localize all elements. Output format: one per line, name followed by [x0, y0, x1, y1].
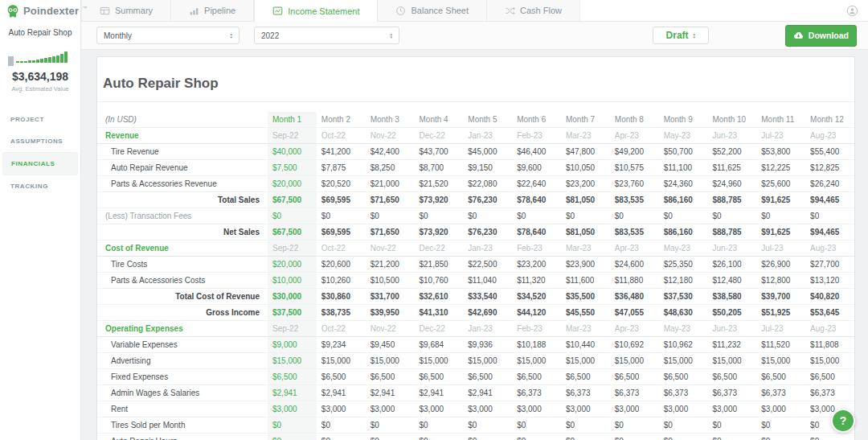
table-row: Variable Expenses$9,000$9,234$9,450$9,68… [97, 336, 854, 352]
value-cell: $46,400 [512, 143, 561, 159]
value-cell: $0 [659, 208, 708, 224]
value-cell: $22,500 [463, 256, 512, 272]
summary-icon [100, 6, 110, 16]
table-row: Tires Sold per Month$0$0$0$0$0$0$0$0$0$0… [97, 417, 854, 433]
value-cell: $71,650 [366, 224, 415, 240]
date-cell: Apr-23 [610, 127, 659, 143]
tab-income-statement[interactable]: Income Statement [254, 0, 378, 22]
value-cell: $6,500 [463, 368, 512, 384]
value-cell: $9,936 [463, 336, 512, 352]
row-label: Fixed Expenses [97, 368, 268, 384]
value-cell: $26,900 [756, 256, 805, 272]
value-cell: $40,820 [805, 288, 854, 304]
value-cell: $3,000 [707, 401, 756, 417]
value-cell: $11,100 [659, 159, 708, 175]
value-cell: $0 [463, 208, 512, 224]
date-cell: Nov-22 [366, 127, 415, 143]
status-select[interactable]: Draft [653, 27, 709, 44]
date-cell: Nov-22 [366, 320, 415, 336]
value-cell: $20,600 [317, 256, 366, 272]
sparkline-bar [24, 61, 27, 63]
value-cell: $69,595 [317, 224, 366, 240]
tab-pipeline[interactable]: Pipeline [171, 0, 254, 21]
value-cell: $6,500 [317, 368, 366, 384]
table-header-row: (In USD) Month 1Month 2Month 3Month 4Mon… [97, 112, 854, 128]
date-cell: Feb-23 [512, 240, 561, 256]
value-cell: $78,640 [512, 224, 561, 240]
value-cell: $67,500 [268, 224, 317, 240]
row-label: Admin Wages & Salaries [97, 384, 268, 401]
brand-logo[interactable]: Poindexter ™ [0, 0, 80, 22]
value-cell: $86,160 [659, 191, 708, 208]
value-cell: $9,150 [463, 159, 512, 175]
value-cell: $12,825 [805, 159, 854, 175]
value-cell: $24,600 [610, 256, 659, 272]
period-select[interactable]: Monthly [96, 27, 240, 44]
date-cell: Feb-23 [512, 320, 561, 336]
download-button[interactable]: Download [785, 25, 857, 47]
value-cell: $83,535 [610, 191, 659, 208]
month-column-header: Month 2 [317, 112, 366, 128]
value-cell: $0 [659, 433, 708, 440]
month-column-header: Month 11 [756, 112, 805, 128]
value-cell: $15,000 [610, 352, 659, 368]
value-cell: $22,080 [463, 175, 512, 191]
user-help-icon[interactable] [846, 0, 858, 21]
estimated-value-caption: Avg. Estimated Value [0, 85, 80, 93]
value-cell: $0 [414, 433, 463, 440]
value-cell: $11,600 [561, 272, 610, 288]
value-cell: $0 [707, 417, 756, 433]
value-cell: $94,465 [805, 224, 854, 240]
value-cell: $9,234 [317, 336, 366, 352]
value-cell: $0 [512, 417, 561, 433]
nav-spacer [580, 0, 846, 21]
row-label: Auto Repair Hours [97, 433, 268, 440]
value-cell: $6,373 [707, 384, 756, 401]
value-cell: $15,000 [561, 352, 610, 368]
date-cell: May-23 [659, 127, 708, 143]
value-cell: $26,100 [707, 256, 756, 272]
value-cell: $73,920 [414, 224, 463, 240]
tab-balance-sheet[interactable]: Balance Sheet [378, 0, 487, 21]
value-cell: $2,941 [268, 384, 317, 401]
value-cell: $6,500 [268, 368, 317, 384]
value-cell: $11,880 [610, 272, 659, 288]
tab-summary[interactable]: Summary [81, 0, 171, 21]
tab-cash-flow[interactable]: Cash Flow [487, 0, 580, 21]
year-select[interactable]: 2022 [254, 27, 399, 44]
value-cell: $91,625 [756, 224, 805, 240]
value-cell: $6,373 [756, 384, 805, 401]
value-cell: $0 [561, 417, 610, 433]
date-cell: Oct-22 [317, 127, 366, 143]
value-cell: $6,500 [659, 368, 708, 384]
sidebar-item-assumptions[interactable]: ASSUMPTIONS [0, 130, 80, 152]
row-label: Tire Costs [97, 256, 268, 272]
value-cell: $48,630 [659, 304, 708, 320]
value-cell: $0 [317, 208, 366, 224]
value-cell: $10,575 [610, 159, 659, 175]
value-cell: $10,760 [414, 272, 463, 288]
value-cell: $9,684 [414, 336, 463, 352]
cash-flow-icon [505, 6, 515, 16]
help-fab-button[interactable]: ? [831, 409, 855, 433]
value-cell: $15,000 [366, 352, 415, 368]
value-cell: $52,200 [707, 143, 756, 159]
select-caret-icon [230, 32, 232, 39]
value-cell: $41,200 [317, 143, 366, 159]
value-cell: $50,700 [659, 143, 708, 159]
value-cell: $45,550 [561, 304, 610, 320]
period-select-value: Monthly [104, 31, 132, 40]
sidebar-item-project[interactable]: PROJECT [0, 109, 80, 130]
value-cell: $25,350 [659, 256, 708, 272]
value-cell: $7,500 [268, 159, 317, 175]
value-cell: $3,000 [610, 401, 659, 417]
sidebar-item-financials[interactable]: FINANCIALS [2, 152, 78, 175]
value-cell: $10,188 [512, 336, 561, 352]
sidebar-item-tracking[interactable]: TRACKING [0, 175, 80, 197]
value-cell: $12,225 [756, 159, 805, 175]
value-cell: $3,000 [561, 401, 610, 417]
select-caret-icon [694, 32, 696, 39]
month-column-header: Month 9 [659, 112, 708, 128]
value-cell: $41,310 [414, 304, 463, 320]
value-cell: $0 [756, 208, 805, 224]
